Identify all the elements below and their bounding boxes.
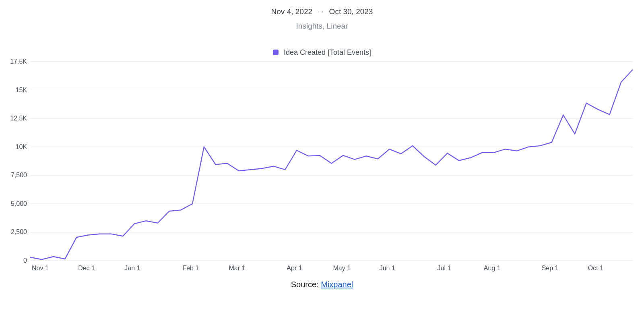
- svg-text:12.5K: 12.5K: [10, 115, 27, 122]
- svg-text:May 1: May 1: [333, 265, 351, 271]
- legend-label: Idea Created [Total Events]: [284, 48, 371, 56]
- svg-text:Nov 1: Nov 1: [32, 265, 49, 271]
- svg-text:Jul 1: Jul 1: [438, 265, 451, 271]
- svg-text:10K: 10K: [16, 143, 27, 150]
- svg-text:5,000: 5,000: [11, 200, 27, 207]
- svg-text:Oct 1: Oct 1: [588, 265, 603, 271]
- legend-swatch-icon: [273, 50, 279, 55]
- svg-text:Sep 1: Sep 1: [542, 265, 559, 271]
- svg-text:Jan 1: Jan 1: [124, 265, 140, 271]
- arrow-right-icon: →: [317, 7, 324, 16]
- chart-title: Nov 4, 2022 → Oct 30, 2023: [0, 7, 644, 16]
- svg-text:Jun 1: Jun 1: [380, 265, 395, 271]
- svg-text:2,500: 2,500: [11, 228, 27, 235]
- chart-subtitle: Insights, Linear: [0, 22, 644, 31]
- svg-text:15K: 15K: [16, 87, 27, 93]
- chart-area: 02,5005,0007,50010K12.5K15K17.5KNov 1Dec…: [8, 59, 636, 277]
- svg-text:0: 0: [23, 257, 27, 264]
- source-prefix: Source:: [291, 280, 321, 289]
- date-range-to: Oct 30, 2023: [329, 7, 373, 16]
- svg-text:Feb 1: Feb 1: [182, 265, 199, 271]
- source-link[interactable]: Mixpanel: [321, 280, 353, 289]
- svg-text:Apr 1: Apr 1: [287, 265, 302, 271]
- svg-text:Aug 1: Aug 1: [484, 265, 501, 271]
- svg-text:Dec 1: Dec 1: [78, 265, 95, 271]
- line-chart-svg: 02,5005,0007,50010K12.5K15K17.5KNov 1Dec…: [8, 59, 636, 277]
- svg-text:17.5K: 17.5K: [10, 59, 27, 65]
- series-line: [30, 70, 633, 259]
- svg-text:Mar 1: Mar 1: [229, 265, 245, 271]
- svg-text:7,500: 7,500: [11, 172, 27, 178]
- chart-source: Source: Mixpanel: [0, 280, 644, 289]
- chart-legend: Idea Created [Total Events]: [0, 48, 644, 57]
- date-range-from: Nov 4, 2022: [271, 7, 312, 16]
